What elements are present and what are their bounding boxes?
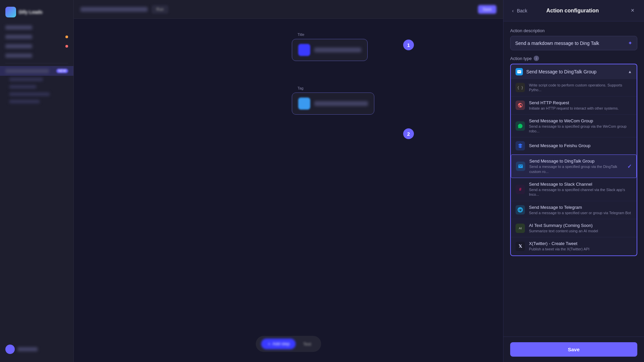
- sidebar-item-studio[interactable]: [0, 32, 73, 42]
- http-icon: [516, 101, 525, 110]
- ai-icon: AI: [516, 224, 525, 233]
- action-option-ai[interactable]: AI AI Text Summary (Coming Soon) Summari…: [511, 219, 637, 237]
- twitter-subtitle: Publish a tweet via the X(Twitter) API: [529, 247, 632, 251]
- telegram-text: Send Message to Telegram Send a message …: [529, 205, 632, 215]
- action-option-telegram[interactable]: Send Message to Telegram Send a message …: [511, 201, 637, 219]
- selected-action-label: Send Message to DingTalk Group: [526, 69, 625, 74]
- panel-footer: Save: [503, 337, 644, 362]
- action-option-twitter[interactable]: 𝕏 X(Twitter) - Create Tweet Publish a tw…: [511, 237, 637, 255]
- telegram-icon: [516, 205, 525, 215]
- wecom-icon: [516, 121, 525, 131]
- dingtalk-text: Send Message to DingTalk Group Send a me…: [529, 159, 623, 174]
- http-title: Send HTTP Request: [529, 100, 632, 105]
- telegram-subtitle: Send a message to a specified user or gr…: [529, 210, 632, 215]
- action-description-value: Send a markdown message to Ding Talk: [515, 41, 599, 46]
- action-type-label: Action type i: [510, 56, 637, 61]
- canvas-toolbar: ＋ Add step Test: [256, 336, 321, 352]
- right-panel: ‹ Back Action configuration × Action des…: [503, 0, 644, 362]
- sidebar-item-active[interactable]: NEW: [0, 66, 73, 76]
- add-step-button[interactable]: ＋ Add step: [261, 339, 296, 349]
- sidebar-logo: Dify Leads: [0, 4, 73, 23]
- action-type-text: Action type: [510, 56, 532, 61]
- ai-title: AI Text Summary (Coming Soon): [529, 223, 632, 228]
- script-icon: { }: [516, 83, 525, 92]
- action-type-menu: { } Write script code to perform custom …: [510, 79, 637, 256]
- sidebar-item-knowledge[interactable]: [0, 42, 73, 51]
- action-option-feishu[interactable]: Send Message to Feishu Group: [511, 137, 637, 155]
- action-option-wecom[interactable]: Send Message to WeCom Group Send a messa…: [511, 115, 637, 138]
- sidebar-item-tools[interactable]: [0, 51, 73, 60]
- check-icon: ✓: [627, 163, 632, 170]
- save-button[interactable]: Save: [478, 5, 496, 14]
- logo-text: Dify Leads: [19, 9, 43, 15]
- step-badge-2: 2: [403, 128, 414, 139]
- selected-action-icon: [516, 68, 523, 75]
- sidebar-sub-item-3[interactable]: [0, 90, 73, 98]
- sidebar: Dify Leads NEW: [0, 0, 74, 362]
- wecom-text: Send Message to WeCom Group Send a messa…: [529, 118, 632, 134]
- panel-header: ‹ Back Action configuration ×: [503, 0, 644, 21]
- user-name: [17, 347, 38, 351]
- sidebar-dot: [65, 45, 68, 48]
- logo-icon: [5, 7, 16, 17]
- twitter-title: X(Twitter) - Create Tweet: [529, 241, 632, 246]
- ai-text: AI Text Summary (Coming Soon) Summarize …: [529, 223, 632, 233]
- panel-title: Action configuration: [531, 8, 614, 14]
- magic-icon: ✦: [628, 40, 632, 46]
- action-option-dingtalk[interactable]: Send Message to DingTalk Group Send a me…: [511, 155, 637, 178]
- sidebar-sub-item[interactable]: [0, 76, 73, 83]
- feishu-text: Send Message to Feishu Group: [529, 143, 632, 149]
- back-label: Back: [517, 8, 527, 13]
- http-subtitle: Initiate an HTTP request to interact wit…: [529, 106, 632, 111]
- topbar-title: [80, 7, 148, 12]
- telegram-title: Send Message to Telegram: [529, 205, 632, 210]
- node1-icon: [298, 44, 310, 56]
- action-type-dropdown[interactable]: Send Message to DingTalk Group ▲: [510, 64, 637, 79]
- action-description-label: Action description: [510, 28, 637, 33]
- action-description-field[interactable]: Send a markdown message to Ding Talk ✦: [510, 36, 637, 50]
- run-button[interactable]: Run: [152, 5, 168, 14]
- step-node-2[interactable]: Tag: [292, 93, 374, 115]
- node1-text: [314, 48, 361, 52]
- action-option-http[interactable]: Send HTTP Request Initiate an HTTP reque…: [511, 97, 637, 115]
- script-text: Write script code to perform custom oper…: [529, 83, 632, 93]
- node2-text: [314, 101, 368, 106]
- sidebar-dot: [65, 36, 68, 38]
- node2-icon: [298, 98, 310, 110]
- dingtalk-icon: [516, 162, 525, 171]
- sidebar-divider: [5, 63, 68, 63]
- user-avatar: [5, 345, 15, 354]
- slack-title: Send Message to Slack Channel: [529, 182, 632, 187]
- dingtalk-subtitle: Send a message to a specified group via …: [529, 164, 623, 174]
- script-subtitle: Write script code to perform custom oper…: [529, 83, 632, 93]
- wecom-title: Send Message to WeCom Group: [529, 118, 632, 123]
- slack-icon: #: [516, 185, 525, 194]
- feishu-icon: [516, 141, 525, 150]
- dropdown-chevron-icon: ▲: [628, 69, 632, 74]
- wecom-subtitle: Send a message to a specified group via …: [529, 124, 632, 134]
- slack-text: Send Message to Slack Channel Send a mes…: [529, 182, 632, 197]
- main-content: Run Save 1 Title 2 Tag ＋ Add step Test: [74, 0, 503, 362]
- sidebar-sub-item-2[interactable]: [0, 83, 73, 90]
- step-badge-1: 1: [403, 40, 414, 50]
- twitter-icon: 𝕏: [516, 242, 525, 251]
- topbar: Run Save: [74, 0, 503, 19]
- feishu-title: Send Message to Feishu Group: [529, 143, 632, 148]
- test-button[interactable]: Test: [299, 339, 316, 349]
- sidebar-sub-item-4[interactable]: [0, 98, 73, 105]
- close-button[interactable]: ×: [628, 6, 637, 15]
- info-icon[interactable]: i: [534, 56, 539, 61]
- action-option-script[interactable]: { } Write script code to perform custom …: [511, 79, 637, 97]
- sidebar-item-discover[interactable]: [0, 23, 73, 32]
- step-node-1[interactable]: Title: [292, 39, 368, 61]
- back-chevron-icon: ‹: [510, 8, 516, 13]
- slack-subtitle: Send a message to a specified channel vi…: [529, 187, 632, 197]
- sidebar-bottom: [0, 341, 73, 358]
- dingtalk-title: Send Message to DingTalk Group: [529, 159, 623, 164]
- node2-label: Tag: [298, 86, 304, 90]
- action-option-slack[interactable]: # Send Message to Slack Channel Send a m…: [511, 178, 637, 201]
- save-action-button[interactable]: Save: [510, 342, 637, 357]
- back-button[interactable]: ‹ Back: [510, 8, 527, 13]
- ai-subtitle: Summarize text content using an AI model: [529, 229, 632, 233]
- http-text: Send HTTP Request Initiate an HTTP reque…: [529, 100, 632, 111]
